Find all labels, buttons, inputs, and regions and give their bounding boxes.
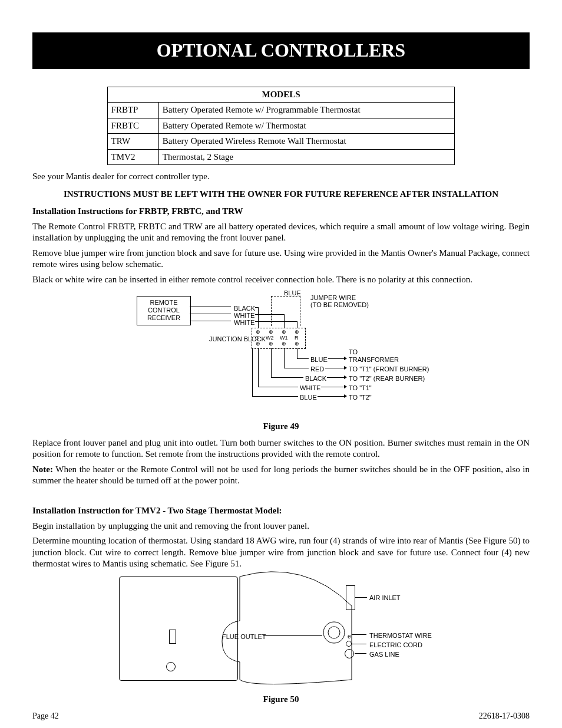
- section1-heading: Installation Instructions for FRBTP, FRB…: [32, 206, 530, 218]
- label-w2: W2: [266, 335, 274, 342]
- table-row: TRWBattery Operated Wireless Remote Wall…: [107, 134, 455, 150]
- label-electric-cord: ELECTRIC CORD: [369, 641, 422, 649]
- section1-p1: The Remote Control FRBTP, FRBTC and TRW …: [32, 221, 530, 244]
- table-row: FRBTCBattery Operated Remote w/ Thermost…: [107, 118, 455, 134]
- label-out-red: RED: [310, 365, 324, 373]
- label-t2-rear: TO "T2" (REAR BURNER): [349, 374, 425, 383]
- label-white2: WHITE: [234, 318, 254, 327]
- figure-49-schematic: REMOTE CONTROL RECEIVER BLUE JUMPER WIRE…: [134, 289, 428, 419]
- note-label: Note:: [32, 465, 53, 474]
- svg-point-1: [328, 627, 340, 638]
- model-code: TRW: [107, 134, 158, 150]
- page-footer: Page 42 22618-17-0308: [32, 711, 530, 722]
- note-text: When the heater or the Remote Control wi…: [32, 465, 530, 486]
- instruction-banner: INSTRUCTIONS MUST BE LEFT WITH THE OWNER…: [32, 189, 530, 200]
- label-out-black: BLACK: [305, 374, 326, 383]
- label-thermostat-wire: THERMOSTAT WIRE: [369, 631, 432, 640]
- table-row: TMV2Thermostat, 2 Stage: [107, 149, 455, 165]
- model-code: TMV2: [107, 149, 158, 165]
- curved-duct: [204, 571, 369, 689]
- figure-49-caption: Figure 49: [32, 421, 530, 433]
- model-code: FRBTC: [107, 118, 158, 134]
- models-table: MODELS FRBTPBattery Operated Remote w/ P…: [107, 87, 455, 166]
- model-desc: Battery Operated Remote w/ Programmable …: [158, 103, 455, 118]
- footer-right: 22618-17-0308: [479, 711, 530, 722]
- label-w1: W1: [280, 335, 288, 342]
- air-inlet-slot: [346, 585, 355, 610]
- label-air-inlet: AIR INLET: [369, 594, 401, 602]
- table-row: FRBTPBattery Operated Remote w/ Programm…: [107, 103, 455, 118]
- label-junction-block: JUNCTION BLOCK: [209, 335, 244, 343]
- label-out-white: WHITE: [300, 384, 320, 392]
- svg-point-0: [323, 622, 345, 643]
- section1b-note: Note: When the heater or the Remote Cont…: [32, 464, 530, 487]
- label-jumper-removed: (TO BE REMOVED): [310, 301, 369, 309]
- label-t1-front: TO "T1" (FRONT BURNER): [349, 365, 429, 373]
- see-dealer-text: See your Mantis dealer for correct contr…: [32, 171, 530, 183]
- label-r: R: [295, 335, 299, 342]
- label-transformer: TRANSFORMER: [349, 355, 399, 364]
- label-gas-line: GAS LINE: [369, 650, 399, 658]
- section2-p2: Determine mounting location of thermosta…: [32, 535, 530, 570]
- section2-heading: Installation Instruction for TMV2 - Two …: [32, 505, 530, 517]
- figure-50-schematic: FLUE OUTLET AIR INLET THERMOSTAT WIRE e …: [116, 574, 446, 691]
- label-t2: TO "T2": [349, 393, 372, 401]
- section1-p2: Remove blue jumper wire from junction bl…: [32, 248, 530, 271]
- remote-receiver-box: REMOTE CONTROL RECEIVER: [137, 296, 191, 325]
- label-flue-outlet: FLUE OUTLET: [222, 633, 266, 641]
- section1-p3: Black or white wire can be inserted in e…: [32, 274, 530, 286]
- label-t1: TO "T1": [349, 384, 372, 392]
- section2-p1: Begin installation by unplugging the uni…: [32, 521, 530, 532]
- model-code: FRBTP: [107, 103, 158, 118]
- model-desc: Battery Operated Wireless Remote Wall Th…: [158, 134, 455, 150]
- label-out-blue: BLUE: [310, 355, 328, 364]
- models-header: MODELS: [107, 87, 455, 103]
- section1b-p4: Replace front louver panel and plug unit…: [32, 437, 530, 460]
- label-out-blue2: BLUE: [300, 393, 317, 401]
- model-desc: Battery Operated Remote w/ Thermostat: [158, 118, 455, 134]
- model-desc: Thermostat, 2 Stage: [158, 149, 455, 165]
- page-title: OPTIONAL CONTROLLERS: [32, 32, 530, 69]
- label-c: C: [255, 335, 259, 342]
- figure-50-caption: Figure 50: [32, 694, 530, 706]
- footer-left: Page 42: [32, 711, 59, 722]
